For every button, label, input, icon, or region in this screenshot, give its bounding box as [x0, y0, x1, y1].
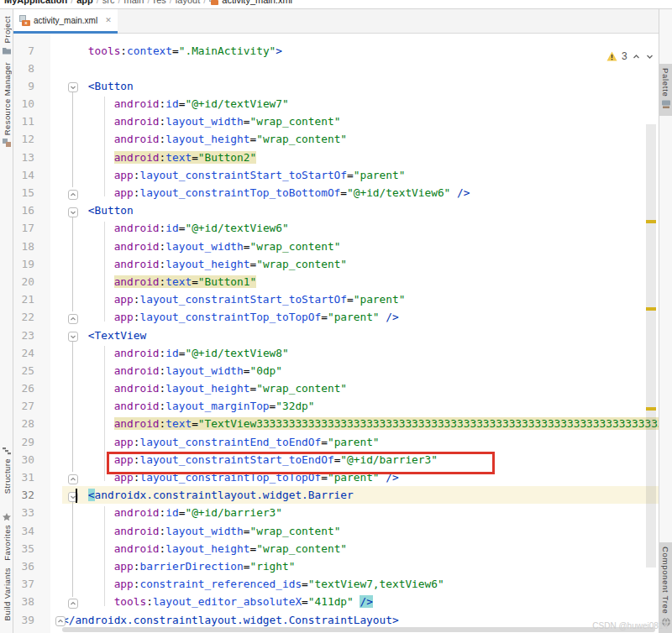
vertical-scrollbar[interactable] [646, 124, 656, 568]
code-line-12[interactable]: 12 android:layout_height="wrap_content" [13, 130, 659, 148]
tool-window-label: Component Tree [661, 547, 670, 615]
line-number: 19 [13, 255, 34, 273]
warning-stripe-mark[interactable] [646, 407, 656, 411]
inspection-widget[interactable]: 3 [606, 49, 654, 64]
code-text: android:id="@+id/textView6" [62, 219, 659, 237]
code-line-28[interactable]: 28 android:text="TextView333333333333333… [13, 415, 659, 432]
code-text: android:layout_width="wrap_content" [62, 522, 659, 540]
code-line-21[interactable]: 21 app:layout_constraintStart_toStartOf=… [13, 290, 659, 308]
code-line-22[interactable]: 22 app:layout_constraintTop_toTopOf="par… [13, 308, 659, 326]
code-line-13[interactable]: 13 android:text="Button2" [13, 149, 659, 166]
code-line-7[interactable]: 7 tools:context=".MainActivity"> [13, 42, 659, 60]
tool-window-button-favorites[interactable]: Favorites [0, 512, 13, 558]
code-text: tools:context=".MainActivity"> [62, 42, 659, 60]
structure-icon [2, 446, 12, 456]
code-line-18[interactable]: 18 android:layout_width="wrap_content" [13, 238, 659, 255]
code-line-16[interactable]: 16 <Button [13, 201, 659, 219]
code-text: android:text="Button1" [62, 273, 659, 290]
code-line-25[interactable]: 25 android:layout_width="0dp" [13, 362, 659, 379]
xml-file-icon: x [19, 15, 30, 26]
line-number: 23 [13, 327, 34, 344]
code-line-34[interactable]: 34 android:layout_width="wrap_content" [13, 522, 659, 540]
code-text: app:layout_constraintStart_toStartOf="pa… [62, 166, 659, 184]
breadcrumb-separator: / [97, 0, 99, 5]
code-line-37[interactable]: 37 app:constraint_referenced_ids="textVi… [13, 575, 659, 593]
breadcrumb-item-main[interactable]: main [124, 0, 144, 5]
code-line-9[interactable]: 9 <Button [13, 77, 659, 95]
left-tool-strip: ProjectResource ManagerStructureFavorite… [0, 9, 13, 633]
prev-warning-icon[interactable] [632, 52, 641, 61]
code-line-23[interactable]: 23 <TextView [13, 327, 659, 344]
next-warning-icon[interactable] [645, 52, 654, 61]
code-text: android:id="@+id/barrier3" [62, 504, 659, 521]
fold-marker-up[interactable] [55, 615, 66, 625]
code-line-19[interactable]: 19 android:layout_height="wrap_content" [13, 255, 659, 273]
tab-activity-main-xml[interactable]: x activity_main.xml ✕ [13, 9, 118, 34]
code-line-27[interactable]: 27 android:layout_marginTop="32dp" [13, 397, 659, 415]
line-number: 31 [13, 468, 34, 486]
right-tool-strip: PaletteComponent Tree [659, 9, 672, 633]
code-line-38[interactable]: 38 tools:layout_editor_absoluteX="411dp"… [13, 593, 659, 610]
code-line-20[interactable]: 20 android:text="Button1" [13, 273, 659, 290]
fold-marker-up[interactable] [68, 312, 78, 322]
code-line-15[interactable]: 15 app:layout_constraintTop_toBottomOf="… [13, 184, 659, 201]
warning-stripe-mark[interactable] [646, 220, 656, 223]
warning-stripe-mark[interactable] [646, 307, 656, 311]
breadcrumb-item-layout[interactable]: layout [176, 0, 200, 5]
tool-window-button-palette[interactable]: Palette [659, 64, 672, 116]
code-text: app:layout_constraintEnd_toEndOf="parent… [62, 433, 659, 451]
android-studio-window: MyApplication/app/src/main/res/layout/ac… [0, 0, 672, 633]
tool-window-button-build-variants[interactable]: Build Variants [0, 568, 13, 631]
tool-window-button-resource-manager[interactable]: Resource Manager [0, 62, 13, 143]
tool-window-button-project[interactable]: Project [0, 16, 13, 58]
breadcrumb-item-src[interactable]: src [102, 0, 115, 5]
code-text: android:id="@+id/textView8" [62, 344, 659, 362]
code-line-17[interactable]: 17 android:id="@+id/textView6" [13, 219, 659, 237]
warning-icon [606, 51, 617, 61]
code-line-26[interactable]: 26 android:layout_height="wrap_content" [13, 379, 659, 397]
palette-icon [661, 99, 671, 109]
code-line-35[interactable]: 35 android:layout_height="wrap_content" [13, 540, 659, 557]
line-number: 9 [13, 77, 34, 95]
fold-region-line [72, 91, 73, 187]
breadcrumb-item-myapplication[interactable]: MyApplication [4, 0, 67, 5]
code-text: <Button [62, 77, 659, 95]
code-text: android:layout_width="0dp" [62, 362, 659, 379]
code-line-36[interactable]: 36 app:barrierDirection="right" [13, 557, 659, 575]
fold-marker-up[interactable] [68, 597, 78, 607]
fold-marker-down[interactable] [68, 206, 78, 216]
tool-window-label: Project [3, 16, 12, 43]
code-line-29[interactable]: 29 app:layout_constraintEnd_toEndOf="par… [13, 433, 659, 451]
code-line-33[interactable]: 33 android:id="@+id/barrier3" [13, 504, 659, 521]
indent-guide [104, 346, 105, 482]
code-line-10[interactable]: 10 android:id="@+id/textView7" [13, 95, 659, 112]
fold-region-line [72, 340, 73, 473]
line-number: 8 [13, 60, 34, 77]
resource-manager-icon [2, 138, 12, 148]
code-line-32[interactable]: 32 <androidx.constraintlayout.widget.Bar… [13, 486, 659, 504]
code-line-11[interactable]: 11 android:layout_width="wrap_content" [13, 112, 659, 130]
fold-region-line [72, 500, 73, 597]
code-line-14[interactable]: 14 app:layout_constraintStart_toStartOf=… [13, 166, 659, 184]
code-editor[interactable]: 7 tools:context=".MainActivity">89 <Butt… [13, 34, 659, 633]
tool-window-button-component-tree[interactable]: Component Tree [659, 542, 672, 633]
code-text: app:layout_constraintTop_toBottomOf="@+i… [62, 184, 659, 201]
breadcrumb-item-app[interactable]: app [76, 0, 93, 5]
editor-tab-bar: x activity_main.xml ✕ [13, 9, 659, 34]
tool-window-button-structure[interactable]: Structure [0, 446, 13, 503]
annotation-red-box [107, 452, 495, 475]
code-text: android:layout_height="wrap_content" [62, 540, 659, 557]
breadcrumb-item-res[interactable]: res [154, 0, 166, 5]
line-number: 14 [13, 166, 34, 184]
line-number: 11 [13, 112, 34, 130]
tool-window-label: Resource Manager [3, 62, 12, 135]
fold-marker-up[interactable] [68, 188, 78, 198]
code-line-8[interactable]: 8 [13, 60, 659, 77]
breadcrumb: MyApplication/app/src/main/res/layout/ac… [0, 0, 672, 9]
fold-marker-down[interactable] [68, 330, 78, 340]
fold-marker-up[interactable] [68, 473, 78, 483]
tab-close-icon[interactable]: ✕ [105, 16, 112, 24]
breadcrumb-item-activity-main-xml[interactable]: activity_main.xml [222, 0, 292, 5]
fold-marker-down[interactable] [68, 81, 78, 91]
code-line-24[interactable]: 24 android:id="@+id/textView8" [13, 344, 659, 362]
